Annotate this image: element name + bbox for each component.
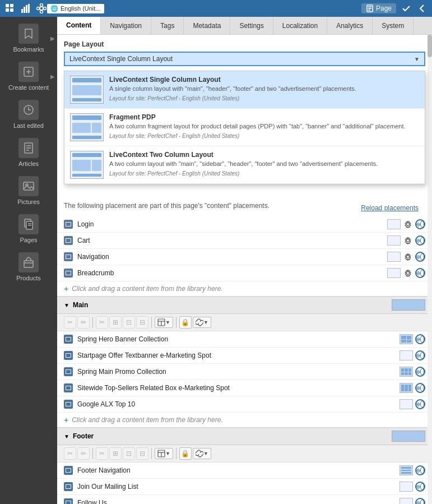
- sidebar-item-pictures[interactable]: Pictures: [0, 172, 57, 210]
- section-toggle-footer[interactable]: ▼: [64, 433, 69, 440]
- dropdown-thumb-pdp: [70, 113, 104, 141]
- sidebar-item-create[interactable]: Create content ▶: [0, 57, 57, 95]
- tab-tags[interactable]: Tags: [151, 17, 184, 34]
- back-icon[interactable]: [416, 3, 428, 14]
- dropdown-item-single-column[interactable]: LiveContext Single Column Layout A singl…: [64, 71, 425, 109]
- placement-gear-breadcrumb[interactable]: [403, 268, 413, 278]
- section-header-footer: ▼ Footer: [57, 427, 432, 445]
- placement-thumb-login: [387, 219, 401, 229]
- placement-globe-footer-navigation[interactable]: [415, 465, 425, 475]
- svg-rect-4: [21, 9, 23, 13]
- toolbar-sep3-main: [176, 317, 176, 328]
- toolbar-cut-footer: ✂: [64, 447, 76, 460]
- tabs-bar: Content Navigation Tags Metadata Setting…: [57, 17, 432, 35]
- tab-metadata[interactable]: Metadata: [184, 17, 230, 34]
- toolbar-paste-footer: ⊡: [123, 447, 135, 460]
- dropdown-item-text-pdp: Fragment PDP A two column fragment layou…: [109, 113, 419, 141]
- sidebar-item-pages[interactable]: Pages: [0, 210, 57, 248]
- analytics-icon[interactable]: [20, 3, 31, 14]
- language-text: English (Unit...: [61, 5, 101, 12]
- page-layout-title: Page Layout: [57, 35, 432, 52]
- footer-toolbar: ✂ ✏ ✂ ⊞ ⊡ ⊟ ▼: [57, 445, 432, 463]
- sidebar-label-last-edited: Last edited: [13, 122, 44, 129]
- toolbar-lock-footer[interactable]: 🔒: [179, 447, 192, 460]
- sidebar-label-bookmarks: Bookmarks: [13, 46, 44, 53]
- toolbar-link-main[interactable]: ▼: [193, 317, 211, 328]
- reload-placements-button[interactable]: Reload placements: [354, 202, 425, 214]
- add-item-header[interactable]: + Click and drag a content item from the…: [57, 281, 432, 296]
- section-label-footer: Footer: [73, 432, 94, 440]
- tab-analytics[interactable]: Analytics: [327, 17, 373, 34]
- dropdown-item-fragment-pdp[interactable]: Fragment PDP A two column fragment layou…: [64, 109, 425, 146]
- placement-globe-startpage-offer[interactable]: [415, 350, 425, 360]
- layout-select[interactable]: LiveContext Single Column Layout ▼: [64, 52, 425, 66]
- dropdown-site-pdp: Layout for site: PerfectChef - English (…: [109, 133, 419, 139]
- placement-icon-sitewide-top-sellers: [64, 383, 73, 392]
- toolbar-layout-footer[interactable]: ▼: [155, 448, 173, 459]
- svg-point-77: [417, 501, 419, 504]
- sidebar-item-articles[interactable]: Articles: [0, 133, 57, 172]
- sidebar-label-create: Create content: [8, 84, 49, 91]
- dropdown-desc-pdp: A two column fragment layout for product…: [109, 122, 419, 131]
- sidebar-item-last-edited[interactable]: Last edited: [0, 95, 57, 133]
- tab-content[interactable]: Content: [57, 17, 101, 34]
- placement-thumb-sitewide: [400, 383, 413, 393]
- add-item-main[interactable]: + Click and drag a content item from the…: [57, 413, 432, 427]
- sidebar-label-products: Products: [16, 275, 40, 281]
- svg-rect-25: [24, 182, 34, 190]
- placement-icon-spring-main-promo: [64, 367, 73, 376]
- layout-select-wrapper: LiveContext Single Column Layout ▼ LiveC…: [57, 52, 432, 71]
- svg-rect-6: [26, 5, 27, 13]
- placement-globe-follow-us[interactable]: [415, 498, 425, 504]
- placement-icon-startpage-offer: [64, 351, 73, 360]
- placement-globe-breadcrumb[interactable]: [415, 268, 425, 278]
- flower-icon[interactable]: [36, 3, 47, 14]
- placement-globe-mailing-list[interactable]: [415, 482, 425, 492]
- page-button[interactable]: Page: [361, 3, 396, 13]
- page-area: Page Layout LiveContext Single Column La…: [57, 35, 432, 504]
- placement-name-sitewide-top-sellers: Sitewide Top-Sellers Related Box e-Marke…: [77, 384, 400, 392]
- language-selector[interactable]: 🌐 English (Unit...: [47, 4, 104, 13]
- scrollbar[interactable]: [428, 35, 432, 504]
- page-label: Page: [376, 4, 392, 12]
- add-plus-icon: +: [64, 284, 68, 293]
- placement-gear-navigation[interactable]: [403, 252, 413, 262]
- section-toggle-main[interactable]: ▼: [64, 302, 69, 308]
- placement-globe-navigation[interactable]: [415, 252, 425, 262]
- placement-globe-login[interactable]: [415, 219, 425, 229]
- add-item-text-header: Click and drag a content item from the l…: [72, 285, 222, 293]
- svg-rect-1: [10, 4, 13, 7]
- placement-globe-sitewide-top-sellers[interactable]: [415, 383, 425, 393]
- sidebar-item-bookmarks[interactable]: Bookmarks ▶: [0, 19, 57, 57]
- toolbar-link-footer[interactable]: ▼: [193, 448, 211, 459]
- sidebar-item-products[interactable]: Products: [0, 248, 57, 286]
- toolbar-sep1-footer: [92, 448, 93, 459]
- tab-system[interactable]: System: [373, 17, 414, 34]
- tab-navigation[interactable]: Navigation: [101, 17, 151, 34]
- tab-localization[interactable]: Localization: [273, 17, 327, 34]
- tab-settings[interactable]: Settings: [230, 17, 273, 34]
- placement-thumb-spring-main-promo: [400, 367, 413, 377]
- dropdown-item-text-two-col: LiveContext Two Column Layout A two colu…: [109, 151, 419, 179]
- articles-icon: [18, 138, 39, 158]
- placement-gear-cart[interactable]: [403, 235, 413, 246]
- placement-name-breadcrumb: Breadcrumb: [77, 269, 387, 277]
- placement-globe-cart[interactable]: [415, 235, 425, 246]
- checkmark-icon[interactable]: [401, 3, 412, 14]
- placements-area: The following placement are part of this…: [57, 200, 432, 504]
- placement-icon-breadcrumb: [64, 269, 73, 278]
- placement-row-footer-navigation: Footer Navigation: [57, 463, 432, 479]
- toolbar-lock-main[interactable]: 🔒: [179, 316, 192, 329]
- placement-globe-google-alx[interactable]: [415, 399, 425, 409]
- dropdown-item-two-column[interactable]: LiveContext Two Column Layout A two colu…: [64, 146, 425, 184]
- placement-globe-spring-hero[interactable]: [415, 334, 425, 344]
- svg-rect-31: [24, 261, 33, 267]
- placement-name-google-alx: Google ALX Top 10: [77, 400, 400, 408]
- placement-gear-login[interactable]: [403, 219, 413, 229]
- toolbar-layout-main[interactable]: ▼: [155, 317, 173, 328]
- placement-name-navigation: Navigation: [77, 253, 387, 261]
- placement-row-spring-main-promo: Spring Main Promo Collection: [57, 364, 432, 380]
- apps-icon[interactable]: [4, 3, 16, 14]
- placement-row-spring-hero: Spring Hero Banner Collection: [57, 331, 432, 348]
- placement-globe-spring-main-promo[interactable]: [415, 367, 425, 377]
